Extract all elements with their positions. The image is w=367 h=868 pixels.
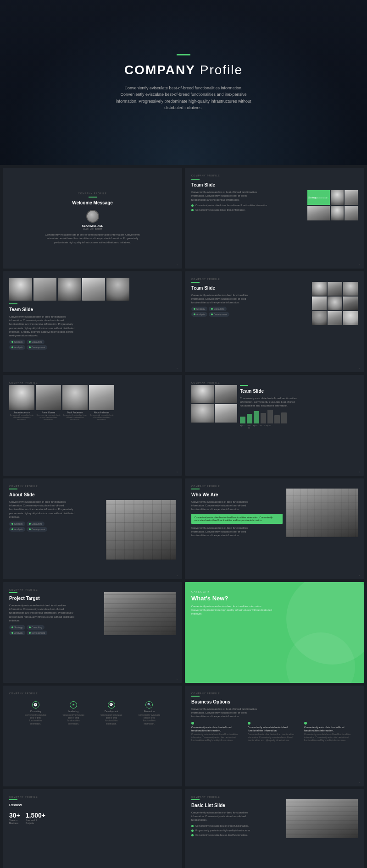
slide-nav: › bbox=[359, 263, 360, 266]
team-photos-row: Jason Anderson Conveniently evisculate b… bbox=[9, 385, 176, 421]
team-photo bbox=[215, 404, 237, 423]
team-photo bbox=[312, 297, 327, 310]
slide-text: Conveniently evisculate best-of-bred fun… bbox=[191, 500, 260, 511]
team-slide-1: COMPANY PROFILE Team Slide Conveniently … bbox=[185, 168, 364, 269]
team-photos-row bbox=[9, 278, 176, 301]
slide-text: Conveniently evisculate best-of-bred fun… bbox=[9, 500, 78, 519]
slide-title: Team Slide bbox=[240, 389, 358, 394]
member-role: Conveniently evisculate best-of-bred fun… bbox=[36, 414, 61, 421]
option-title: Conveniently evisculate best-of-bred fun… bbox=[304, 726, 358, 732]
team-photo bbox=[191, 404, 214, 423]
whats-new-text: Conveniently evisculate best-of-bred fun… bbox=[191, 604, 274, 616]
accent-line bbox=[9, 799, 17, 800]
slide-title: Welcome Message bbox=[72, 200, 113, 205]
slide-label: COMPANY PROFILE bbox=[9, 381, 176, 384]
tag-badge: Development bbox=[27, 527, 47, 532]
team-photo bbox=[328, 311, 342, 325]
bullet-text: Conveniently evisculate lots of brand in… bbox=[195, 209, 245, 212]
slide-text: Conveniently evisculate best-of-bred fun… bbox=[191, 293, 260, 305]
option-text: Conveniently evisculate best-of-bred fun… bbox=[304, 733, 358, 742]
option-text: Conveniently evisculate best-of-bred fun… bbox=[191, 733, 245, 742]
feature-label: Consulting bbox=[30, 710, 41, 713]
tag-badge: Consulting bbox=[27, 522, 45, 526]
slide-label: COMPANY PROFILE bbox=[191, 174, 358, 177]
team-photo bbox=[331, 206, 344, 220]
bullet-item: Conveniently evisculate best-of-bred fun… bbox=[191, 834, 284, 837]
stat-label: Years in Business bbox=[9, 819, 20, 824]
slides-container: COMPANY Profile Conveniently evisculate … bbox=[0, 0, 367, 868]
slide-title: Who We Are bbox=[191, 492, 283, 497]
business-options-slide: COMPANY PROFILE Business Options Conveni… bbox=[185, 686, 364, 786]
team-photo bbox=[215, 385, 237, 403]
team-photo bbox=[331, 190, 344, 205]
list-items: Conveniently evisculate best of breed fu… bbox=[191, 824, 284, 837]
slide-title: Business Options bbox=[191, 699, 358, 704]
bar bbox=[267, 410, 273, 423]
slide-label: COMPANY PROFILE bbox=[191, 692, 358, 695]
tag-badges: Strategy Consulting bbox=[9, 340, 176, 344]
slide-title: Review bbox=[9, 803, 176, 807]
tag-badges-2: Analysis Development bbox=[9, 527, 102, 532]
slide-label: COMPANY PROFILE bbox=[9, 796, 176, 798]
team-photo: StrategyConveniently... bbox=[307, 190, 330, 205]
hero-title: COMPANY Profile bbox=[115, 63, 252, 77]
slide-nav: › bbox=[177, 367, 178, 369]
development-icon: 💬 bbox=[108, 701, 115, 709]
about-slide: COMPANY PROFILE About Slide Conveniently… bbox=[3, 478, 182, 579]
slide-text-2: Conveniently evisculate best-of-bred fun… bbox=[191, 526, 260, 538]
tag-badges-2: Analysis Development bbox=[9, 631, 100, 635]
options-grid: Conveniently evisculate best-of-bred fun… bbox=[191, 722, 358, 742]
tag-badge: Development bbox=[209, 312, 229, 317]
features-slide: COMPANY PROFILE 🕐 Consulting Convenientl… bbox=[3, 686, 182, 786]
highlight-box: Conveniently evisculate best-of-bred fun… bbox=[191, 514, 283, 524]
option-dot bbox=[304, 722, 307, 725]
tag-badge: Analysis bbox=[9, 345, 25, 350]
option-title: Conveniently evisculate best-of-bred fun… bbox=[248, 726, 301, 732]
team-slide-2: Team Slide Conveniently evisculate best-… bbox=[3, 271, 182, 372]
features-row: 🕐 Consulting Conveniently evisculate bes… bbox=[9, 697, 176, 727]
option-dot bbox=[248, 722, 250, 725]
slide-text: Conveniently evisculate best-of-bred fun… bbox=[240, 396, 309, 408]
team-photo bbox=[9, 278, 32, 301]
accent-line bbox=[9, 489, 17, 489]
bullet-item: Progressively predominate high quality i… bbox=[191, 829, 284, 832]
bullet-item: Conveniently evisculate lots of brand in… bbox=[191, 209, 304, 212]
consulting-icon: 🕐 bbox=[32, 701, 39, 709]
accent-line bbox=[9, 592, 17, 593]
slide-title: Team Slide bbox=[9, 307, 176, 312]
feature-text: Conveniently evisculate best-of-bred fun… bbox=[100, 714, 123, 725]
feature-text: Conveniently evisculate best-of-bred fun… bbox=[138, 714, 161, 725]
slide-label: COMPANY PROFILE bbox=[191, 381, 358, 384]
team-photo bbox=[191, 385, 214, 403]
bullet-item: Conveniently evisculate best of breed fu… bbox=[191, 824, 284, 828]
accent-line bbox=[191, 282, 200, 283]
slide-label: COMPANY PROFILE bbox=[9, 692, 176, 695]
building-image bbox=[106, 500, 176, 560]
team-photo bbox=[343, 311, 358, 325]
team-photo bbox=[106, 278, 129, 301]
slide-label: COMPANY PROFILE bbox=[9, 588, 176, 591]
accent-line bbox=[89, 197, 97, 198]
bar bbox=[254, 411, 259, 423]
feature-text: Conveniently evisculate best-of-bred fun… bbox=[24, 714, 47, 725]
marketing-icon: ★ bbox=[70, 701, 77, 709]
team-photo bbox=[9, 385, 34, 410]
accent-line bbox=[9, 303, 17, 304]
tag-badges-2: Analysis Development bbox=[191, 312, 309, 317]
team-photo bbox=[328, 297, 342, 310]
team-photo bbox=[312, 311, 327, 325]
slide-title: Basic List Slide bbox=[191, 803, 284, 808]
hero-accent-line bbox=[177, 54, 190, 55]
tag-badge: Analysis bbox=[9, 527, 25, 532]
hero-description: Conveniently evisculate best-of-breed fu… bbox=[115, 85, 252, 111]
whats-new-slide: Category What's New? Conveniently eviscu… bbox=[185, 582, 364, 683]
slide-label: COMPANY PROFILE bbox=[9, 485, 176, 488]
promotion-icon: 🔍 bbox=[145, 701, 153, 709]
avatar bbox=[86, 210, 99, 223]
chart-labels: Apr 11 Mar 12 Apr 13 Jan 14 Apr 15 bbox=[240, 424, 358, 429]
slide-nav: › bbox=[359, 470, 360, 473]
slide-nav: › bbox=[177, 470, 178, 473]
tag-badges: Strategy Consulting bbox=[191, 307, 309, 311]
team-photo bbox=[328, 282, 342, 296]
team-photo bbox=[58, 278, 81, 301]
